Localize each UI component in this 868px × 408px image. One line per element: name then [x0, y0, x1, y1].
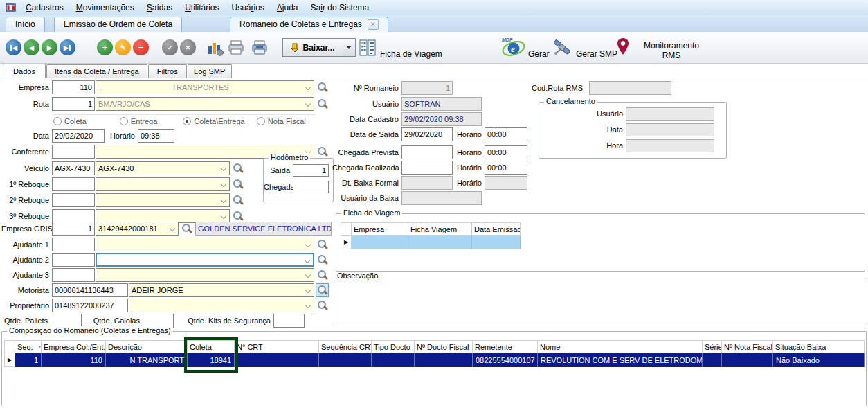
empresa-search-icon[interactable] — [316, 81, 328, 94]
column-header[interactable]: Empresa Col./Ent. — [42, 340, 106, 353]
baixar-button[interactable]: Baixar... — [282, 38, 343, 57]
chevron-down-icon[interactable] — [305, 242, 311, 247]
tab-dados[interactable]: Dados — [3, 64, 46, 78]
ajudante1-combo[interactable] — [96, 238, 314, 251]
empresa-gris-search-icon[interactable] — [181, 222, 192, 235]
chegada-prevista-field[interactable] — [401, 145, 453, 159]
veiculo-combo[interactable]: AGX-7430 — [96, 161, 230, 175]
radio-coleta[interactable]: Coleta — [53, 117, 87, 125]
qtde-kits-field[interactable] — [273, 314, 305, 328]
chevron-down-icon[interactable] — [305, 272, 311, 278]
rota-search-icon[interactable] — [316, 98, 328, 110]
ajudante2-search-icon[interactable] — [316, 254, 328, 266]
edit-button[interactable]: ✎ — [115, 39, 131, 55]
radio-coleta-entrega[interactable]: Coleta\Entrega — [183, 117, 244, 125]
first-record-button[interactable]: ◀ — [6, 39, 21, 55]
reboque2-combo[interactable] — [96, 193, 230, 207]
radio-entrega[interactable]: Entrega — [120, 117, 158, 125]
next-record-button[interactable]: ▶ — [42, 39, 57, 55]
gerar-smp-satellite-icon[interactable] — [552, 39, 572, 57]
tab-inicio[interactable]: Início — [6, 17, 45, 32]
ajudante3-combo[interactable] — [96, 268, 314, 282]
monitoramento-rms-button[interactable]: Monitoramento RMS — [633, 41, 709, 60]
qtde-pallets-field[interactable] — [51, 314, 82, 328]
chevron-down-icon[interactable] — [305, 303, 311, 308]
chevron-down-icon[interactable] — [305, 258, 310, 263]
column-header[interactable]: Remetente — [473, 340, 538, 353]
delete-button[interactable]: − — [133, 39, 149, 55]
reboque1-search-icon[interactable] — [232, 178, 244, 190]
column-header[interactable]: Série — [703, 340, 722, 353]
reboque2-code-field[interactable] — [52, 193, 95, 207]
column-header[interactable]: Seq.▼ — [15, 340, 42, 353]
radio-nota-fiscal[interactable]: Nota Fiscal — [257, 117, 306, 125]
close-tab-icon[interactable]: ✕ — [368, 19, 379, 30]
ficha-de-viagem-icon[interactable] — [359, 39, 376, 56]
motorista-combo[interactable]: ADEIR JORGE — [129, 283, 314, 297]
menu-item-5[interactable]: Ajuda — [271, 1, 305, 14]
mdfe-gerar-button[interactable]: e MDF — [500, 36, 526, 58]
proprietario-search-icon[interactable] — [316, 299, 328, 312]
horario-field[interactable]: 09:38 — [138, 129, 174, 143]
proprietario-combo[interactable] — [129, 299, 314, 312]
empresa-gris-code-field[interactable]: 1 — [52, 222, 95, 236]
menu-item-0[interactable]: Cadastros — [19, 1, 70, 14]
ajudante2-code-field[interactable] — [52, 253, 95, 267]
chevron-down-icon[interactable] — [305, 101, 311, 107]
ficha-de-viagem-button[interactable]: Ficha de Viagem — [380, 49, 442, 59]
monitoramento-pin-icon[interactable] — [616, 37, 630, 57]
prior-record-button[interactable]: ◀ — [24, 39, 39, 55]
ajudante3-code-field[interactable] — [52, 268, 95, 282]
gerar-smp-button[interactable]: Gerar SMP — [576, 49, 617, 59]
tab-emissao-ordem-coleta[interactable]: Emissão de Ordem de Coleta — [54, 17, 182, 32]
last-record-button[interactable]: ▶ — [60, 39, 75, 55]
chegada-prevista-horario-field[interactable]: 00:00 — [485, 145, 527, 159]
menu-item-6[interactable]: Sair do Sistema — [305, 1, 376, 14]
menu-item-4[interactable]: Usuários — [225, 1, 270, 14]
menu-item-1[interactable]: Movimentações — [70, 1, 141, 14]
print-button[interactable] — [227, 39, 245, 56]
column-header[interactable]: Descrição — [106, 340, 188, 353]
chevron-down-icon[interactable] — [221, 213, 226, 219]
column-header[interactable]: Empresa — [352, 222, 408, 236]
rota-code-field[interactable]: 1 — [52, 97, 95, 111]
veiculo-search-icon[interactable] — [232, 162, 244, 175]
chevron-down-icon[interactable] — [221, 166, 226, 171]
chevron-down-icon[interactable] — [305, 287, 311, 293]
data-field[interactable]: 29/02/2020 — [52, 129, 105, 143]
column-header[interactable]: Ficha Viagem — [408, 222, 472, 236]
motorista-code-field[interactable]: 00006141136443 — [52, 283, 128, 297]
reboque1-code-field[interactable] — [52, 177, 95, 191]
tab-romaneio-coletas-entregas[interactable]: Romaneio de Coletas e Entregas ✕ — [230, 17, 388, 32]
ajudante1-code-field[interactable] — [52, 238, 95, 251]
menu-item-2[interactable]: Saídas — [141, 1, 179, 14]
table-row[interactable]: ▶ — [341, 236, 521, 249]
conferente-code-field[interactable] — [52, 145, 95, 159]
chart-button[interactable] — [206, 39, 224, 57]
column-header[interactable]: N° CRT — [235, 340, 319, 353]
chegada-realizada-field[interactable] — [401, 161, 453, 175]
veiculo-code-field[interactable]: AGX-7430 — [52, 161, 95, 175]
ajudante3-search-icon[interactable] — [316, 269, 328, 281]
observacao-textarea[interactable] — [336, 281, 865, 326]
empresa-gris-combo[interactable]: 31429442000181 — [96, 222, 179, 236]
hodometro-saida-field[interactable]: 1 — [293, 164, 329, 177]
menu-item-3[interactable]: Utilitários — [179, 1, 225, 14]
column-header[interactable]: Sequência CRT — [319, 340, 372, 353]
empresa-combo[interactable]: . TRANSPORTES — [96, 80, 314, 94]
chevron-down-icon[interactable] — [305, 85, 311, 90]
tab-log-smp[interactable]: Log SMP — [188, 64, 232, 78]
column-header[interactable]: Coleta — [188, 340, 235, 353]
cancel-button[interactable]: ✕ — [180, 39, 196, 55]
chevron-down-icon[interactable] — [221, 181, 226, 187]
ajudante2-combo[interactable] — [96, 253, 314, 267]
column-header[interactable]: Nº Docto Fiscal — [415, 340, 473, 353]
data-saida-field[interactable]: 29/02/2020 — [401, 127, 453, 141]
reboque2-search-icon[interactable] — [232, 194, 244, 206]
baixar-dropdown-button[interactable] — [343, 38, 356, 57]
hodometro-chegada-field[interactable] — [293, 181, 329, 193]
column-header[interactable]: Nº Nota Fiscal — [722, 340, 773, 353]
print-setup-button[interactable] — [251, 39, 269, 56]
tab-filtros[interactable]: Filtros — [148, 64, 187, 78]
chevron-down-icon[interactable] — [221, 197, 226, 203]
